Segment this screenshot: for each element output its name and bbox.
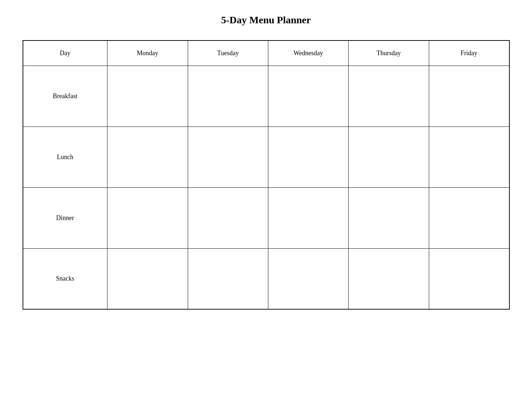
cell-snacks-tuesday[interactable] bbox=[188, 248, 268, 309]
meal-row: Lunch bbox=[23, 126, 509, 187]
cell-dinner-thursday[interactable] bbox=[349, 187, 429, 248]
cell-dinner-monday[interactable] bbox=[107, 187, 188, 248]
cell-breakfast-tuesday[interactable] bbox=[188, 66, 268, 126]
cell-breakfast-friday[interactable] bbox=[429, 66, 509, 126]
header-thursday: Thursday bbox=[349, 40, 429, 66]
header-wednesday: Wednesday bbox=[268, 40, 348, 66]
header-tuesday: Tuesday bbox=[188, 40, 268, 66]
cell-dinner-friday[interactable] bbox=[429, 187, 509, 248]
cell-lunch-wednesday[interactable] bbox=[268, 126, 348, 187]
cell-breakfast-monday[interactable] bbox=[107, 66, 188, 126]
meal-row: Dinner bbox=[23, 187, 509, 248]
cell-snacks-thursday[interactable] bbox=[349, 248, 429, 309]
cell-snacks-wednesday[interactable] bbox=[268, 248, 348, 309]
cell-breakfast-wednesday[interactable] bbox=[268, 66, 348, 126]
cell-lunch-monday[interactable] bbox=[107, 126, 188, 187]
meal-label-breakfast: Breakfast bbox=[23, 66, 107, 126]
cell-lunch-thursday[interactable] bbox=[349, 126, 429, 187]
meal-row: Snacks bbox=[23, 248, 509, 309]
page-title: 5-Day Menu Planner bbox=[221, 14, 311, 26]
cell-dinner-wednesday[interactable] bbox=[268, 187, 348, 248]
cell-breakfast-thursday[interactable] bbox=[349, 66, 429, 126]
cell-dinner-tuesday[interactable] bbox=[188, 187, 268, 248]
header-row: Day Monday Tuesday Wednesday Thursday Fr… bbox=[23, 40, 509, 66]
meal-label-dinner: Dinner bbox=[23, 187, 107, 248]
cell-snacks-monday[interactable] bbox=[107, 248, 188, 309]
header-day: Day bbox=[23, 40, 107, 66]
header-monday: Monday bbox=[107, 40, 188, 66]
header-friday: Friday bbox=[429, 40, 509, 66]
cell-snacks-friday[interactable] bbox=[429, 248, 509, 309]
cell-lunch-tuesday[interactable] bbox=[188, 126, 268, 187]
meal-row: Breakfast bbox=[23, 66, 509, 126]
menu-planner-table: Day Monday Tuesday Wednesday Thursday Fr… bbox=[23, 40, 510, 310]
cell-lunch-friday[interactable] bbox=[429, 126, 509, 187]
meal-label-lunch: Lunch bbox=[23, 126, 107, 187]
meal-label-snacks: Snacks bbox=[23, 248, 107, 309]
